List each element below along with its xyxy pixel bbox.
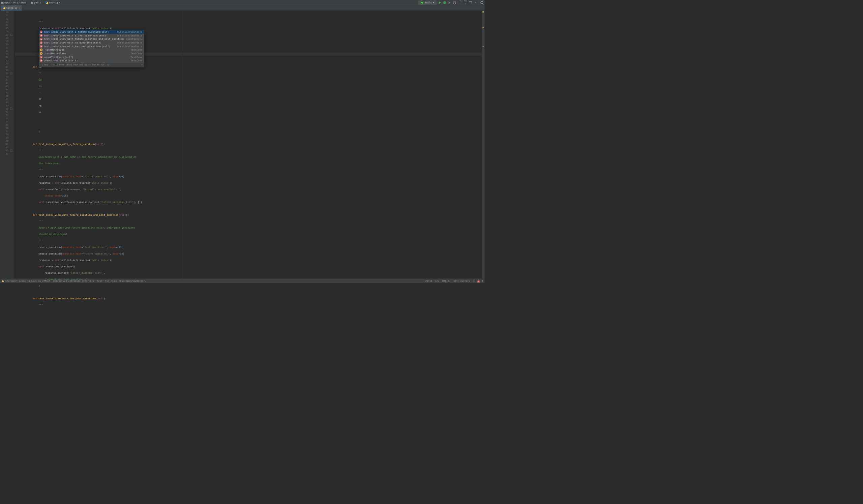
- vcs-history-button[interactable]: [468, 1, 472, 4]
- completion-item[interactable]: f_testMethodNameTestCase: [39, 52, 144, 55]
- completion-tail: TestCase: [130, 59, 142, 62]
- warning-marker[interactable]: [483, 27, 484, 28]
- breadcrumb-item[interactable]: tests.py: [46, 1, 60, 4]
- completion-item[interactable]: f_testMethodDocTestCase: [39, 48, 144, 52]
- completion-tail: TestCase: [130, 52, 142, 55]
- arrow-up-icon: ↑: [465, 2, 466, 5]
- completion-label: countTestCases(self): [44, 55, 74, 59]
- completion-tail: QuestionVi…: [126, 37, 142, 41]
- clock-icon: [453, 1, 456, 4]
- chevron-down-icon: [433, 2, 434, 3]
- warning-icon[interactable]: [1, 279, 4, 282]
- completion-label: _testMethodDoc: [44, 48, 65, 52]
- completion-tail: QuestionViewTests: [117, 30, 142, 34]
- play-icon: [439, 1, 441, 4]
- notifications-button[interactable]: 2: [478, 279, 479, 282]
- debug-button[interactable]: [443, 1, 446, 4]
- completion-label: test_index_view_with_a_past_question(sel…: [44, 34, 106, 37]
- completion-label: test_index_view_with_future_question_and…: [44, 37, 124, 41]
- bug-icon: [443, 1, 446, 4]
- completion-item[interactable]: mdefaultTestResult(self)TestCase: [39, 59, 144, 63]
- profile-button[interactable]: [453, 1, 456, 4]
- completion-tail: QuestionViewTests: [117, 41, 142, 45]
- revert-button[interactable]: ↶: [474, 1, 477, 4]
- completion-item[interactable]: mtest_index_view_with_a_future_question(…: [39, 30, 144, 34]
- vcs-update-button[interactable]: VCS↓: [460, 0, 463, 5]
- editor-tab[interactable]: tests.py ×: [1, 5, 22, 11]
- method-icon: m: [40, 30, 42, 33]
- separator: [458, 1, 458, 4]
- completion-item[interactable]: mcountTestCases(self)TestCase: [39, 55, 144, 59]
- completion-label: test_index_view_with_a_future_question(s…: [44, 30, 109, 34]
- run-with-coverage-button[interactable]: [448, 1, 451, 4]
- pi-icon[interactable]: π: [141, 63, 142, 67]
- warning-marker[interactable]: [483, 46, 484, 47]
- field-icon: f: [40, 52, 42, 55]
- chevron-right-icon: 〉: [61, 1, 63, 4]
- completion-item[interactable]: mtest_index_view_with_a_past_question(se…: [39, 34, 144, 37]
- chevron-right-icon: 〉: [27, 1, 30, 4]
- completion-item[interactable]: mtest_index_view_with_two_past_questions…: [39, 45, 144, 48]
- run-button[interactable]: [438, 1, 442, 4]
- completion-popup[interactable]: mtest_index_view_with_a_future_question(…: [39, 30, 144, 67]
- folder-icon: [1, 1, 4, 4]
- error-stripe[interactable]: [482, 11, 485, 278]
- breadcrumb-item[interactable]: polls: [31, 1, 41, 4]
- vcs-commit-button[interactable]: VCS↑: [464, 0, 467, 5]
- compare-icon: [469, 1, 472, 4]
- python-file-icon: [3, 7, 5, 9]
- folder-icon: [31, 1, 33, 4]
- breadcrumb: djtp_first_steps 〉 polls 〉 tests.py 〉: [1, 1, 64, 4]
- main-toolbar: djtp_first_steps 〉 polls 〉 tests.py 〉 dj…: [0, 0, 485, 5]
- fold-toggle[interactable]: −: [10, 72, 12, 74]
- undo-icon: ↶: [474, 1, 476, 5]
- method-icon: m: [40, 45, 42, 48]
- completion-label: test_index_view_with_two_past_questions(…: [44, 45, 111, 48]
- run-configuration-selector[interactable]: dj Polls: [418, 0, 437, 4]
- editor-tabs: tests.py ×: [0, 5, 485, 11]
- separator: [478, 1, 479, 4]
- breadcrumb-item[interactable]: djtp_first_steps: [1, 1, 26, 4]
- fold-toggle[interactable]: −: [10, 150, 12, 152]
- gutter[interactable]: 2021222324252627282930313233343536373839…: [0, 11, 13, 278]
- chevron-right-icon: 〉: [42, 1, 45, 4]
- arrow-down-icon: ↓: [460, 2, 462, 5]
- completion-footer: ^↓ and ^↑ will move caret down and up in…: [39, 62, 144, 67]
- completion-tail: QuestionViewTests: [117, 34, 142, 37]
- method-icon: m: [40, 38, 42, 40]
- completion-tail: QuestionViewTests: [117, 45, 142, 48]
- completion-item[interactable]: mtest_index_view_with_no_questions(self)…: [39, 41, 144, 45]
- search-icon: [481, 1, 484, 4]
- completion-item[interactable]: mtest_index_view_with_future_question_an…: [39, 37, 144, 41]
- django-icon: dj: [421, 1, 424, 3]
- python-file-icon: [46, 1, 48, 4]
- code-area[interactable]: """ response = self.client.get(reverse('…: [13, 11, 485, 278]
- lock-icon[interactable]: [473, 280, 475, 282]
- completion-label: defaultTestResult(self): [44, 59, 78, 62]
- search-everywhere-button[interactable]: [480, 1, 484, 4]
- footer-link[interactable]: >>: [107, 64, 109, 66]
- method-icon: m: [40, 34, 42, 37]
- close-icon[interactable]: ×: [18, 7, 20, 9]
- fold-toggle[interactable]: −: [10, 34, 12, 36]
- fold-toggle[interactable]: −: [10, 108, 12, 110]
- method-icon: m: [40, 41, 42, 44]
- coverage-icon: [449, 1, 451, 4]
- completion-tail: TestCase: [130, 48, 142, 52]
- completion-tail: TestCase: [130, 55, 142, 59]
- right-margin: [181, 11, 181, 278]
- field-icon: f: [40, 49, 42, 51]
- completion-label: _testMethodName: [44, 52, 66, 55]
- editor[interactable]: 2021222324252627282930313233343536373839…: [0, 11, 485, 278]
- method-icon: m: [40, 55, 42, 58]
- method-icon: m: [40, 59, 42, 62]
- inspection-indicator[interactable]: [483, 11, 484, 12]
- completion-label: test_index_view_with_no_questions(self): [44, 41, 101, 45]
